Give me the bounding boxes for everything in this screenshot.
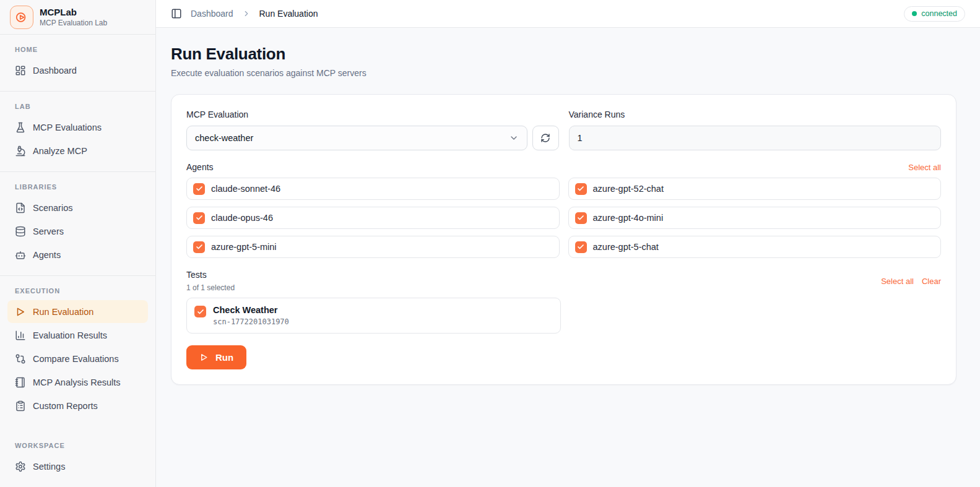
sidebar-item-mcp-analysis-results[interactable]: MCP Analysis Results [7, 371, 148, 394]
play-icon [199, 353, 209, 362]
agent-label: claude-sonnet-46 [211, 184, 280, 194]
status-label: connected [921, 9, 957, 18]
sidebar-item-label: Run Evaluation [33, 307, 93, 317]
checkbox-checked-icon[interactable] [194, 306, 206, 317]
chevron-right-icon [242, 9, 251, 18]
sidebar-item-label: Analyze MCP [33, 146, 87, 156]
test-title: Check Weather [213, 305, 289, 315]
sidebar-section-libraries: LIBRARIES Scenarios Servers Agents [0, 171, 155, 275]
microscope-icon [15, 145, 26, 157]
agent-checkbox-item[interactable]: claude-opus-46 [186, 207, 560, 229]
test-checkbox-item[interactable]: Check Weather scn-1772201031970 [186, 298, 561, 334]
agent-label: azure-gpt-5-chat [593, 242, 659, 252]
notebook-icon [15, 377, 26, 388]
mcp-evaluation-select[interactable]: check-weather [186, 126, 527, 150]
agents-grid: claude-sonnet-46 azure-gpt-52-chat claud… [186, 178, 941, 258]
checkbox-checked-icon[interactable] [575, 183, 587, 195]
file-code-icon [15, 202, 26, 213]
refresh-button[interactable] [532, 126, 559, 150]
mcp-evaluation-selected-value: check-weather [195, 133, 253, 143]
status-dot-icon [912, 11, 917, 16]
clipboard-list-icon [15, 400, 26, 412]
agent-label: azure-gpt-5-mini [211, 242, 277, 252]
page-content: Run Evaluation Execute evaluation scenar… [156, 28, 980, 487]
agent-checkbox-item[interactable]: azure-gpt-5-mini [186, 236, 560, 258]
play-icon [15, 306, 26, 317]
agent-label: azure-gpt-52-chat [593, 184, 664, 194]
sidebar-item-label: Agents [33, 250, 61, 260]
sidebar-item-agents[interactable]: Agents [7, 243, 148, 266]
sidebar-section-workspace: WORKSPACE Settings [0, 431, 155, 487]
sidebar-item-label: MCP Analysis Results [33, 377, 121, 387]
sidebar-item-servers[interactable]: Servers [7, 220, 148, 243]
sidebar-spacer [0, 426, 155, 431]
page-subtitle: Execute evaluation scenarios against MCP… [171, 68, 956, 78]
agent-label: azure-gpt-4o-mini [593, 213, 664, 223]
sidebar-item-custom-reports[interactable]: Custom Reports [7, 394, 148, 417]
sidebar-item-label: Dashboard [33, 66, 77, 75]
section-label: HOME [7, 41, 148, 59]
checkbox-checked-icon[interactable] [193, 183, 205, 195]
app-window: MCPLab MCP Evaluation Lab HOME Dashboard… [0, 0, 980, 487]
main-area: Dashboard Run Evaluation connected Run E… [156, 0, 980, 487]
sidebar-item-label: Settings [33, 462, 65, 472]
checkbox-checked-icon[interactable] [575, 212, 587, 224]
bot-icon [15, 249, 26, 261]
mcp-evaluation-label: MCP Evaluation [186, 110, 559, 119]
play-circle-logo-icon [15, 11, 28, 24]
sidebar-item-evaluation-results[interactable]: Evaluation Results [7, 324, 148, 347]
database-icon [15, 226, 26, 237]
tests-header: Tests 1 of 1 selected Select all Clear [186, 270, 941, 292]
sidebar-item-run-evaluation[interactable]: Run Evaluation [7, 300, 148, 323]
topbar: Dashboard Run Evaluation connected [156, 0, 980, 28]
agents-label: Agents [186, 162, 214, 172]
tests-select-all-link[interactable]: Select all [881, 277, 914, 286]
agents-header: Agents Select all [186, 162, 941, 172]
app-tagline: MCP Evaluation Lab [40, 19, 107, 27]
breadcrumb-dashboard[interactable]: Dashboard [191, 9, 233, 19]
tests-selected-count: 1 of 1 selected [186, 283, 235, 292]
bar-chart-icon [15, 330, 26, 341]
agent-checkbox-item[interactable]: azure-gpt-52-chat [568, 178, 942, 200]
git-compare-icon [15, 353, 26, 364]
checkbox-checked-icon[interactable] [193, 212, 205, 224]
connection-status-badge: connected [904, 6, 965, 22]
run-button-label: Run [215, 352, 233, 363]
sidebar-item-settings[interactable]: Settings [7, 455, 148, 478]
agent-checkbox-item[interactable]: azure-gpt-4o-mini [568, 207, 942, 229]
sidebar-section-lab: LAB MCP Evaluations Analyze MCP [0, 91, 155, 171]
section-label: LAB [7, 98, 148, 116]
sidebar-header: MCPLab MCP Evaluation Lab [0, 0, 155, 35]
agent-label: claude-opus-46 [211, 213, 273, 223]
agents-select-all-link[interactable]: Select all [908, 163, 941, 172]
tests-links: Select all Clear [881, 277, 941, 286]
checkbox-checked-icon[interactable] [193, 241, 205, 253]
test-info: Check Weather scn-1772201031970 [213, 305, 289, 326]
tests-clear-link[interactable]: Clear [922, 277, 941, 286]
sidebar: MCPLab MCP Evaluation Lab HOME Dashboard… [0, 0, 156, 487]
sidebar-item-label: Compare Evaluations [33, 354, 119, 364]
agent-checkbox-item[interactable]: claude-sonnet-46 [186, 178, 560, 200]
sidebar-item-label: Scenarios [33, 203, 72, 213]
checkbox-checked-icon[interactable] [575, 241, 587, 253]
variance-runs-input[interactable] [569, 126, 942, 150]
section-label: EXECUTION [7, 282, 148, 300]
run-button[interactable]: Run [186, 345, 246, 369]
refresh-icon [540, 133, 550, 143]
sidebar-section-home: HOME Dashboard [0, 35, 155, 91]
agent-checkbox-item[interactable]: azure-gpt-5-chat [568, 236, 942, 258]
variance-runs-label: Variance Runs [569, 110, 942, 119]
sidebar-item-compare-evaluations[interactable]: Compare Evaluations [7, 347, 148, 370]
app-logo [10, 6, 33, 29]
section-label: WORKSPACE [7, 437, 148, 455]
sidebar-item-scenarios[interactable]: Scenarios [7, 196, 148, 219]
sidebar-item-mcp-evaluations[interactable]: MCP Evaluations [7, 116, 148, 139]
sidebar-item-dashboard[interactable]: Dashboard [7, 59, 148, 82]
breadcrumb-current: Run Evaluation [259, 9, 318, 19]
sidebar-item-label: Evaluation Results [33, 330, 107, 340]
sidebar-item-label: Servers [33, 226, 64, 236]
gear-icon [15, 461, 26, 472]
sidebar-toggle-button[interactable] [171, 8, 182, 19]
sidebar-item-analyze-mcp[interactable]: Analyze MCP [7, 139, 148, 162]
variance-runs-field: Variance Runs [569, 110, 942, 150]
